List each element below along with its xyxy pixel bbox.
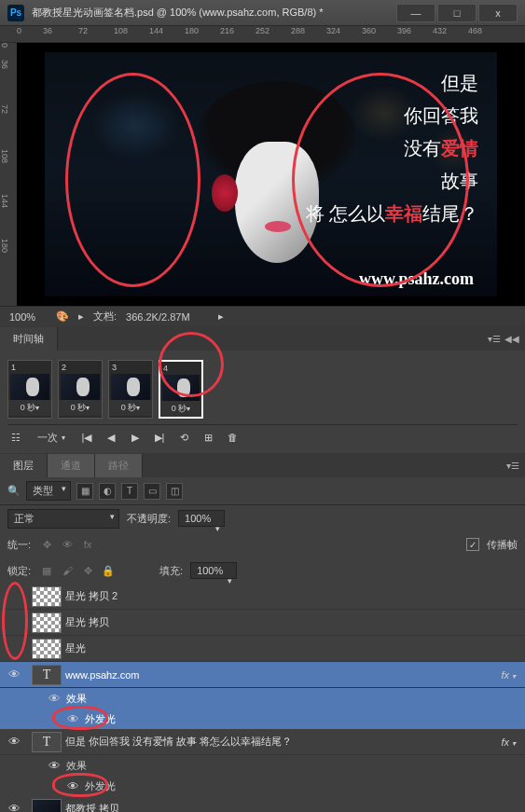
layer-thumb[interactable] xyxy=(32,612,62,633)
layer-thumb[interactable]: T xyxy=(32,665,62,685)
layer-name[interactable]: 星光 拷贝 xyxy=(65,615,525,629)
ruler-horizontal: 0 36 72 108 144 180 216 252 288 324 360 … xyxy=(0,26,525,43)
layer-name[interactable]: 但是 你回答我 没有爱情 故事 将怎么以幸福结尾？ xyxy=(65,735,501,749)
layer-name[interactable]: 都教授 拷贝 xyxy=(65,802,525,812)
layer-row[interactable]: 星光 xyxy=(0,636,525,662)
layer-name[interactable]: www.psahz.com xyxy=(65,669,501,681)
layer-thumb[interactable] xyxy=(32,639,62,659)
visibility-toggle[interactable]: 👁 xyxy=(8,735,21,749)
canvas-image: 但是 你回答我 没有爱情 故事 将 怎么以幸福结尾？ www.psahz.com xyxy=(45,52,497,296)
annotation-circle xyxy=(52,706,108,730)
first-frame-button[interactable]: |◀ xyxy=(78,429,95,446)
maximize-button[interactable]: □ xyxy=(437,4,477,22)
close-button[interactable]: x xyxy=(478,4,518,22)
tab-paths[interactable]: 路径 xyxy=(95,454,143,477)
layer-name[interactable]: 星光 xyxy=(65,641,525,655)
frame-3[interactable]: 30 秒▾ xyxy=(108,360,153,419)
unify-position-icon[interactable]: ✥ xyxy=(38,536,55,553)
blend-mode-dropdown[interactable]: 正常 xyxy=(7,509,119,529)
unify-visibility-icon[interactable]: 👁 xyxy=(59,536,76,553)
lock-pixels-icon[interactable]: 🖌 xyxy=(59,562,76,579)
opacity-input[interactable]: 100% xyxy=(178,510,225,527)
layer-thumb[interactable]: T xyxy=(32,732,62,752)
canvas[interactable]: 但是 你回答我 没有爱情 故事 将 怎么以幸福结尾？ www.psahz.com xyxy=(17,43,525,306)
collapse-icon[interactable]: ◀◀ xyxy=(504,334,519,344)
layer-row[interactable]: 👁 T www.psahz.com fx ▾ xyxy=(0,662,525,688)
play-button[interactable]: ▶ xyxy=(127,429,144,446)
document-title: 都教授星光动画签名档.psd @ 100% (www.psahz.com, RG… xyxy=(32,6,396,20)
prev-frame-button[interactable]: ◀ xyxy=(103,429,119,446)
tween-button[interactable]: ⟲ xyxy=(175,429,192,446)
layer-row[interactable]: 星光 拷贝 2 xyxy=(0,584,525,610)
filter-text-icon[interactable]: T xyxy=(121,483,138,500)
ps-logo-icon: Ps xyxy=(7,5,24,21)
layer-list: 星光 拷贝 2 星光 拷贝 星光 👁 T www.psahz.com fx ▾ … xyxy=(0,584,525,812)
visibility-toggle[interactable]: 👁 xyxy=(8,667,21,681)
layer-thumb[interactable] xyxy=(32,586,62,607)
fill-label: 填充: xyxy=(159,564,183,578)
timeline-panel: 10 秒▾ 20 秒▾ 30 秒▾ 40 秒▾ ☷ 一次▾ |◀ ◀ ▶ ▶| … xyxy=(0,351,525,453)
fill-input[interactable]: 100% xyxy=(190,562,237,579)
filter-adjust-icon[interactable]: ◐ xyxy=(99,483,116,500)
watermark: www.psahz.com xyxy=(359,269,474,289)
layer-row[interactable]: 星光 拷贝 xyxy=(0,610,525,636)
convert-timeline-icon[interactable]: ☷ xyxy=(7,429,24,446)
titlebar: Ps 都教授星光动画签名档.psd @ 100% (www.psahz.com,… xyxy=(0,0,525,26)
frame-2[interactable]: 20 秒▾ xyxy=(58,360,103,419)
next-frame-button[interactable]: ▶| xyxy=(151,429,168,446)
filter-pixel-icon[interactable]: ▦ xyxy=(76,483,93,500)
layer-name[interactable]: 星光 拷贝 2 xyxy=(65,589,525,603)
filter-shape-icon[interactable]: ▭ xyxy=(144,483,160,500)
panel-menu-icon[interactable]: ▾☰ xyxy=(488,334,501,344)
status-bar: 🎨 ▸ 文档:366.2K/2.87M ▸ xyxy=(0,306,525,326)
tab-layers[interactable]: 图层 xyxy=(0,454,48,477)
frame-1[interactable]: 10 秒▾ xyxy=(7,360,52,419)
duplicate-frame-button[interactable]: ⊞ xyxy=(200,429,216,446)
fx-indicator[interactable]: fx ▾ xyxy=(501,736,525,748)
unify-label: 统一: xyxy=(7,538,31,552)
ruler-vertical: 0 36 72 108 144 180 xyxy=(0,43,17,306)
timeline-panel-header: 时间轴 ◀◀ ▾☰ xyxy=(0,326,525,351)
filter-smart-icon[interactable]: ◫ xyxy=(166,483,183,500)
layer-thumb[interactable] xyxy=(32,799,62,813)
fx-indicator[interactable]: fx ▾ xyxy=(501,669,525,681)
tab-channels[interactable]: 通道 xyxy=(48,454,95,477)
unify-style-icon[interactable]: fx xyxy=(79,536,96,553)
annotation-circle xyxy=(52,773,108,797)
layers-panel: 图层 通道 路径 ▾☰ 🔍 类型 ▦ ◐ T ▭ ◫ 正常 不透明度: 100%… xyxy=(0,453,525,812)
lock-label: 锁定: xyxy=(7,564,31,578)
lock-transparency-icon[interactable]: ▦ xyxy=(38,562,55,579)
doc-size: 366.2K/2.87M xyxy=(126,311,190,323)
annotation-circle xyxy=(2,582,28,660)
layer-row[interactable]: 👁 都教授 拷贝 xyxy=(0,796,525,812)
tab-timeline[interactable]: 时间轴 xyxy=(0,327,58,351)
visibility-toggle[interactable]: 👁 xyxy=(48,759,61,773)
layer-row[interactable]: 👁 T 但是 你回答我 没有爱情 故事 将怎么以幸福结尾？ fx ▾ xyxy=(0,729,525,755)
delete-frame-button[interactable]: 🗑 xyxy=(224,429,241,446)
minimize-button[interactable]: — xyxy=(396,4,435,22)
opacity-label: 不透明度: xyxy=(127,512,171,526)
propagate-checkbox[interactable] xyxy=(466,538,479,551)
zoom-input[interactable] xyxy=(9,311,47,323)
loop-dropdown[interactable]: 一次 xyxy=(37,431,58,445)
overlay-text: 但是 你回答我 没有爱情 故事 将 怎么以幸福结尾？ xyxy=(306,71,478,234)
annotation-circle xyxy=(65,73,200,287)
color-sampler-icon: 🎨 xyxy=(56,310,69,323)
visibility-toggle[interactable]: 👁 xyxy=(8,802,21,812)
frames-strip: 10 秒▾ 20 秒▾ 30 秒▾ 40 秒▾ xyxy=(7,354,518,424)
visibility-toggle[interactable]: 👁 xyxy=(48,692,61,706)
filter-type-dropdown[interactable]: 类型 xyxy=(26,481,71,501)
propagate-label: 传播帧 xyxy=(487,538,518,552)
canvas-area[interactable]: 0 36 72 108 144 180 但是 你回答我 没有爱情 故事 将 怎么… xyxy=(0,43,525,306)
panel-menu-icon[interactable]: ▾☰ xyxy=(506,461,519,471)
lock-position-icon[interactable]: ✥ xyxy=(79,562,96,579)
annotation-circle xyxy=(159,332,224,397)
lock-all-icon[interactable]: 🔒 xyxy=(100,562,117,579)
